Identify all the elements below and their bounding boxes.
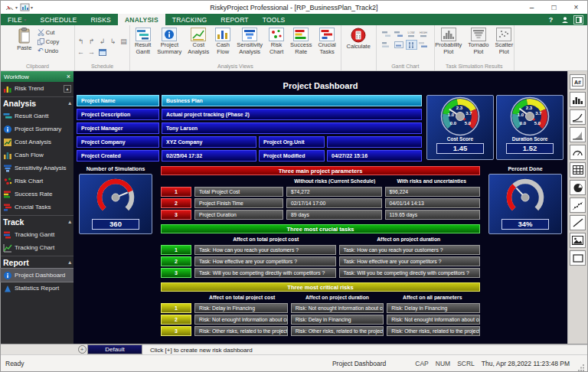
panel-toggle-icon[interactable] xyxy=(573,15,583,24)
link-tasks-icon[interactable]: ↲ xyxy=(97,37,107,47)
resize-grip-icon[interactable] xyxy=(577,364,585,371)
calculate-button[interactable]: Calculate xyxy=(345,27,373,51)
project-company-label: Project Company xyxy=(77,136,159,148)
unlink-tasks-icon[interactable]: ↳ xyxy=(108,37,118,47)
probability-plot-icon xyxy=(441,28,456,41)
sidebar-item-risk-chart[interactable]: Risk Chart xyxy=(1,175,74,188)
copy-button[interactable]: Copy xyxy=(36,38,61,46)
gauge-widget-button[interactable] xyxy=(570,145,586,160)
paste-button[interactable]: Paste xyxy=(15,27,34,53)
project-manager-value: Tony Larsen xyxy=(162,122,422,134)
tab-risks[interactable]: RISKS xyxy=(83,14,118,25)
gantt-ranges-icon[interactable] xyxy=(406,40,417,50)
cost-analysis-button[interactable]: Cost Analysis xyxy=(185,27,211,56)
sidebar-item-crucial-tasks[interactable]: Crucial Tasks xyxy=(1,201,74,214)
outdent-task-icon[interactable]: ↰ xyxy=(76,37,86,47)
rectangle-widget-button[interactable] xyxy=(570,250,586,266)
undo-button[interactable]: ↶ Undo xyxy=(36,47,61,55)
pin-icon[interactable]: ▴ xyxy=(64,85,71,93)
sensitivity-analysis-button[interactable]: Sensitivity Analysis xyxy=(234,27,265,56)
pie-chart-widget-button[interactable] xyxy=(570,180,586,195)
duration-score-value: 1.52 xyxy=(506,143,554,154)
minimize-button[interactable]: – xyxy=(521,1,543,14)
scatter-plot-button[interactable]: Scatter Plot xyxy=(492,27,515,56)
sidebar-item-success-rate[interactable]: Success Rate xyxy=(1,188,74,201)
move-right-icon[interactable]: → xyxy=(87,47,96,57)
project-company-value: XYZ Company xyxy=(162,136,256,148)
help-icon[interactable]: ? xyxy=(546,15,556,24)
tab-tracking[interactable]: TRACKING xyxy=(165,14,214,25)
sidebar-item-tracking-chart[interactable]: Tracking Chart xyxy=(1,241,74,254)
dropdown-icon: ▾ xyxy=(15,5,18,10)
sidebar-item-label: Tracking Chart xyxy=(15,244,54,251)
indent-task-icon[interactable]: ↱ xyxy=(87,37,96,47)
sidebar-item-statistics-report[interactable]: Statistics Report xyxy=(1,282,74,295)
tab-analysis[interactable]: ANALYSIS xyxy=(118,14,165,25)
project-summary-button[interactable]: Project Summary xyxy=(155,27,184,56)
gantt-option-6-icon[interactable] xyxy=(394,40,405,50)
workflow-section-report[interactable]: Report ▴ xyxy=(1,256,74,269)
histogram-widget-button[interactable] xyxy=(570,92,586,107)
crucial-task-duration: Task: How effective are your competitors… xyxy=(339,256,481,266)
close-button[interactable]: × xyxy=(565,1,587,14)
workflow-section-analysis[interactable]: Analysis ▴ xyxy=(1,96,74,109)
sidebar-item-result-gantt[interactable]: Result Gantt xyxy=(1,109,74,122)
area-chart-widget-button[interactable] xyxy=(570,127,586,142)
gantt-low-results-icon[interactable]: LOW xyxy=(406,29,417,39)
quick-access-button-1[interactable]: ▾ xyxy=(5,3,18,11)
gantt-option-8-icon[interactable] xyxy=(418,40,430,50)
chart-icon xyxy=(20,3,30,11)
workflow-close-icon[interactable]: × xyxy=(67,73,70,80)
maximize-button[interactable]: □ xyxy=(543,1,565,14)
risk-chart-button[interactable]: Risk Chart xyxy=(266,27,286,56)
workflow-panel: Workflow × Risk Trend ▴ Analysis ▴ Resul… xyxy=(1,71,74,344)
sidebar-item-risk-trend[interactable]: Risk Trend ▴ xyxy=(1,82,74,95)
risk-trend-icon xyxy=(3,84,12,93)
sidebar-item-project-dashboard[interactable]: Project Dashboard xyxy=(1,269,74,282)
dashboard-tab-default[interactable]: Default xyxy=(87,344,142,354)
gantt-option-2-icon[interactable] xyxy=(394,29,405,39)
project-created-value: 02/25/04 17:32 xyxy=(162,150,256,162)
add-dashboard-button[interactable]: + xyxy=(77,344,87,354)
tab-file[interactable]: FILE ▾ xyxy=(1,14,34,25)
cash-flow-button[interactable]: Cash Flow xyxy=(213,27,233,56)
line-widget-button[interactable] xyxy=(570,215,586,230)
gantt-high-results-icon[interactable]: HIGH xyxy=(418,29,430,39)
move-left-icon[interactable]: ← xyxy=(76,47,86,57)
project-summary-icon xyxy=(162,28,177,41)
workflow-section-track[interactable]: Track ▴ xyxy=(1,215,74,228)
statistics-report-icon xyxy=(3,284,12,293)
schedule-group-label: Schedule xyxy=(77,63,127,70)
sidebar-item-label: Risk Chart xyxy=(15,178,43,184)
grid-widget-button[interactable] xyxy=(570,162,586,178)
tab-tools[interactable]: TOOLS xyxy=(256,14,292,25)
gantt-option-1-icon[interactable] xyxy=(381,29,393,39)
tornado-plot-icon xyxy=(471,28,486,41)
account-icon[interactable] xyxy=(560,15,570,24)
crucial-tasks-button[interactable]: Crucial Tasks xyxy=(315,27,338,56)
image-widget-button[interactable] xyxy=(570,233,586,248)
cut-button[interactable]: Cut xyxy=(36,28,61,37)
tab-schedule[interactable]: SCHEDULE xyxy=(34,14,84,25)
curve-chart-widget-button[interactable] xyxy=(570,109,586,125)
task-window-icon[interactable] xyxy=(97,47,107,57)
simulations-gauge-title: Number of Simulations xyxy=(87,166,145,174)
gantt-option-5-icon[interactable] xyxy=(381,40,393,50)
tornado-plot-button[interactable]: Tornado Plot xyxy=(466,27,491,56)
probability-plot-button[interactable]: Probability Plot xyxy=(433,27,464,56)
quick-access-button-2[interactable]: ▾ xyxy=(20,3,33,11)
result-gantt-button[interactable]: Result Gantt xyxy=(132,27,153,56)
scatter-widget-button[interactable] xyxy=(570,197,586,213)
sidebar-item-sensitivity-analysis[interactable]: Sensitivity Analysis xyxy=(1,162,74,175)
project-orgunit-value xyxy=(327,136,422,148)
result-gantt-icon xyxy=(3,112,12,121)
task-grid-icon[interactable]: ▤ xyxy=(119,37,129,47)
sidebar-item-cost-analysis[interactable]: Cost Analysis xyxy=(1,135,74,148)
sidebar-item-tracking-gantt[interactable]: Tracking Gantt xyxy=(1,228,74,241)
sidebar-item-cash-flow[interactable]: Cash Flow xyxy=(1,148,74,162)
param-label: Total Project Cost xyxy=(194,187,283,197)
text-widget-button[interactable]: A# xyxy=(570,74,586,90)
success-rate-button[interactable]: Success Rate xyxy=(288,27,314,56)
tab-report[interactable]: REPORT xyxy=(214,14,255,25)
sidebar-item-project-summary[interactable]: Project Summary xyxy=(1,122,74,135)
